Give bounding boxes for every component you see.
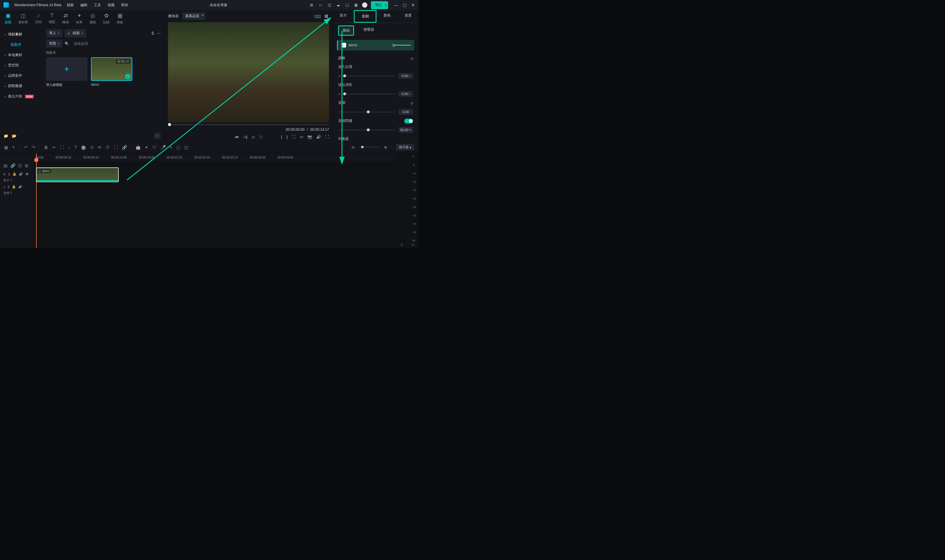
fullscreen-icon[interactable]: ⛶ — [325, 135, 329, 139]
sidebar-item-project[interactable]: 項目素材 — [0, 29, 43, 40]
indicator-dropdown[interactable]: 指示器 ▴ — [396, 144, 414, 151]
cut-icon[interactable]: ✂ — [52, 145, 56, 150]
user-avatar[interactable] — [362, 2, 367, 8]
menu-file[interactable]: 檔案 — [67, 3, 74, 8]
screenshot-icon[interactable]: ⊞ — [309, 2, 314, 8]
display-icon[interactable]: ▭ — [300, 135, 303, 139]
fade-in-value[interactable]: 0.00s — [399, 73, 413, 79]
ducking-toggle[interactable] — [404, 118, 413, 123]
zoom-in-icon[interactable]: ⊕ — [384, 145, 388, 150]
nav-tab-audio[interactable]: ♪音頻 — [35, 12, 42, 25]
rotate-icon[interactable]: ⟲ — [98, 145, 101, 150]
step-back-icon[interactable]: ◁| — [243, 135, 247, 139]
apps-icon[interactable]: ▦ — [353, 2, 359, 8]
nav-tab-filters[interactable]: ◎濾鏡 — [89, 12, 96, 25]
menu-tools[interactable]: 工具 — [94, 3, 101, 8]
tab-color[interactable]: 顏色 — [377, 10, 397, 23]
pip-icon[interactable]: ◫ — [184, 145, 188, 150]
mute-icon[interactable]: 🔊 — [18, 185, 22, 189]
folder-icon[interactable]: 📁 — [3, 134, 8, 138]
nav-tab-transitions[interactable]: ⇄轉場 — [62, 12, 69, 25]
close-icon[interactable]: ✕ — [411, 3, 415, 8]
sidebar-item-compound[interactable]: 復合片段NEW — [0, 91, 43, 102]
diamond-icon[interactable]: ◇ — [411, 56, 413, 60]
sidebar-item-brand[interactable]: 品牌套件 — [0, 71, 43, 81]
crop-icon[interactable]: ⛶ — [292, 135, 296, 139]
media-icon[interactable]: ◫ — [326, 2, 332, 8]
import-media-button[interactable]: + 導入媒體檔 — [46, 57, 88, 87]
selected-audio-clip[interactable]: ♪ demo — [337, 40, 414, 51]
sparkle-icon[interactable]: ✦ — [145, 145, 148, 150]
search-input[interactable] — [71, 40, 131, 47]
fade-in-slider[interactable] — [343, 75, 396, 77]
record-dropdown[interactable]: 錄製 — [65, 29, 86, 37]
volume-icon[interactable]: 🔊 — [316, 135, 321, 139]
menu-help[interactable]: 幫助 — [121, 3, 128, 8]
tracks-icon[interactable]: ▤ — [3, 163, 8, 168]
video-track-header[interactable]: ▷1 🔒 🔊 👁 — [0, 170, 34, 178]
diamond-icon[interactable]: ◇ — [411, 101, 413, 105]
subtitle-icon[interactable]: ≡ — [170, 145, 172, 150]
section-pitch[interactable]: 音調◇ — [338, 98, 413, 107]
subtab-voice-changer[interactable]: 變聲器 — [360, 25, 378, 36]
tab-speed[interactable]: 速度 — [397, 10, 419, 23]
export-button[interactable]: 導出 — [371, 1, 388, 9]
record-icon[interactable]: ⬤ — [81, 145, 86, 150]
section-adjust[interactable]: 調整◇ — [338, 54, 413, 63]
speed-icon[interactable]: ⊙ — [90, 145, 94, 150]
filter-icon[interactable]: ⇅ — [151, 31, 154, 35]
nav-tab-stock[interactable]: ◫素材庫 — [18, 12, 28, 25]
audio-track-header[interactable]: ♪1 🔒 🔊 — [0, 182, 34, 191]
menu-edit[interactable]: 編輯 — [80, 3, 88, 8]
ai-tool-icon[interactable]: 🤖 — [135, 145, 140, 150]
cursor-tool-icon[interactable]: ↖ — [12, 145, 15, 150]
mark-in-icon[interactable]: { — [281, 135, 282, 139]
timeline-tracks[interactable]: 00:00 00:00:04:19 00:00:09:14 00:00:14:0… — [34, 153, 396, 248]
tab-video[interactable]: 影片 — [333, 10, 354, 23]
minimize-icon[interactable]: — — [394, 3, 398, 8]
cloud-icon[interactable]: ☁ — [336, 2, 341, 8]
prev-frame-icon[interactable]: ⏮ — [235, 135, 239, 139]
ducking-value[interactable]: 50.00% — [399, 127, 413, 133]
image-icon[interactable]: 🖼 — [324, 14, 329, 19]
stop-icon[interactable]: □ — [260, 135, 262, 139]
mute-icon[interactable]: 🔊 — [19, 172, 23, 176]
menu-view[interactable]: 視圖 — [108, 3, 115, 8]
snap-icon[interactable]: ⊞ — [25, 163, 28, 168]
nav-tab-titles[interactable]: T標題 — [49, 12, 55, 25]
headset-icon[interactable]: 🎧 — [344, 2, 349, 8]
section-ducking[interactable]: 音頻閃避 — [338, 117, 413, 125]
play-icon[interactable]: ▷ — [252, 135, 255, 139]
ducking-slider[interactable] — [338, 129, 396, 131]
fade-out-slider[interactable] — [343, 94, 396, 94]
zoom-slider[interactable] — [359, 147, 380, 148]
lock-icon[interactable]: 🔒 — [12, 172, 17, 176]
more-icon[interactable]: ⋯ — [157, 31, 161, 35]
nav-tab-stickers[interactable]: ✿貼紙 — [103, 12, 109, 25]
delete-icon[interactable]: 🗑 — [44, 145, 48, 150]
sidebar-item-adjust-layer[interactable]: 調整圖層 — [0, 81, 43, 91]
keyframe-icon[interactable]: ○ — [338, 92, 340, 96]
timeline-ruler[interactable]: 00:00 00:00:04:19 00:00:09:14 00:00:14:0… — [34, 153, 396, 162]
audio-tool-icon[interactable]: ♪ — [68, 145, 70, 150]
monitor-icon[interactable]: ▭ — [318, 2, 323, 8]
mic-icon[interactable]: 🎤 — [161, 145, 166, 150]
frame-icon[interactable]: ▢ — [176, 145, 180, 150]
nav-tab-effects[interactable]: ✦效果 — [76, 12, 82, 25]
keyframe-icon[interactable]: ○ — [338, 74, 340, 78]
smart-dropdown[interactable]: 智慧 — [46, 40, 62, 48]
mark-out-icon[interactable]: } — [286, 135, 288, 139]
nav-tab-media[interactable]: ▣媒體 — [5, 12, 11, 25]
maximize-icon[interactable]: ▢ — [403, 3, 407, 8]
redo-icon[interactable]: ↷ — [32, 145, 35, 150]
quality-dropdown[interactable]: 最高品質 — [182, 12, 205, 20]
sidebar-item-folder[interactable]: 檔案夾 — [0, 40, 43, 50]
progress-bar[interactable] — [168, 124, 329, 125]
zoom-out-icon[interactable]: ⊖ — [351, 145, 355, 150]
sidebar-item-cloud[interactable]: 雲空間 — [0, 60, 43, 71]
grid-icon[interactable]: ▦ — [4, 145, 8, 150]
compare-icon[interactable]: ◫◫ — [315, 14, 320, 19]
lock-icon[interactable]: 🔒 — [12, 185, 16, 189]
undo-icon[interactable]: ↶ — [24, 145, 28, 150]
sidebar-item-local[interactable]: 本地素材 — [0, 50, 43, 60]
